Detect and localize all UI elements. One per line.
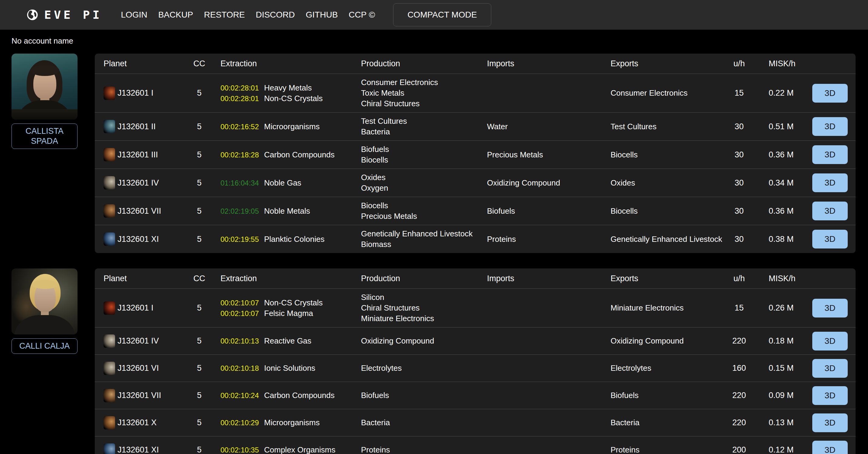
production-item: Bacteria [361, 127, 487, 137]
production-item: Biofuels [361, 144, 487, 155]
extraction-cell: 00:02:10:24Carbon Compounds [213, 390, 361, 401]
header-cc: CC [186, 59, 213, 68]
extraction-material: Felsic Magma [264, 308, 313, 319]
extraction-timer: 00:02:10:13 [220, 336, 260, 346]
uh-value: 220 [725, 391, 753, 400]
table-row: J132601 II 5 00:02:16:52Microorganisms T… [95, 112, 856, 140]
production-cell: Consumer ElectronicsToxic MetalsChiral S… [361, 77, 487, 109]
production-item: Electrolytes [361, 363, 487, 374]
production-item: Biocells [361, 155, 487, 165]
production-cell: Electrolytes [361, 363, 487, 374]
extraction-cell: 00:02:18:28Carbon Compounds [213, 150, 361, 160]
extraction-material: Microorganisms [264, 417, 320, 428]
cc-value: 5 [186, 363, 213, 373]
misk-value: 0.26 M [753, 303, 804, 313]
brand-title: EVE PI [44, 8, 102, 22]
nav-item-ccp[interactable]: CCP © [349, 10, 375, 20]
production-item: Silicon [361, 292, 487, 303]
imports-cell: Biofuels [487, 206, 611, 217]
exports-item: Oxides [611, 178, 725, 188]
extraction-cell: 00:02:19:55Planktic Colonies [213, 234, 361, 245]
extraction-cell: 00:02:16:52Microorganisms [213, 121, 361, 132]
character-name-button[interactable]: CALLISTA SPADA [11, 124, 78, 149]
extraction-cell: 00:02:10:35Complex Organisms [213, 445, 361, 454]
character-portrait[interactable] [11, 54, 78, 120]
view-3d-button[interactable]: 3D [812, 117, 848, 136]
character-section: CALLISTA SPADA Planet CC Extraction Prod… [0, 54, 856, 253]
view-3d-button[interactable]: 3D [812, 332, 848, 351]
view-3d-button[interactable]: 3D [812, 202, 848, 220]
character-portrait[interactable] [11, 268, 78, 334]
extraction-timer: 00:02:10:35 [220, 445, 260, 454]
table-body: J132601 I 5 00:02:10:07Non-CS Crystals00… [95, 288, 856, 454]
brand[interactable]: EVE PI [26, 8, 102, 22]
cc-value: 5 [186, 391, 213, 400]
table-row: J132601 X 5 00:02:10:29Microorganisms Ba… [95, 409, 856, 436]
view-3d-button[interactable]: 3D [812, 173, 848, 192]
extraction-material: Heavy Metals [264, 83, 312, 93]
character-column: CALLISTA SPADA [11, 54, 78, 253]
table-row: J132601 I 5 00:02:10:07Non-CS Crystals00… [95, 288, 856, 327]
misk-value: 0.22 M [753, 88, 804, 98]
planet-table: Planet CC Extraction Production Imports … [95, 54, 856, 253]
cc-value: 5 [186, 178, 213, 188]
exports-cell: Miniature Electronics [611, 303, 725, 313]
extraction-cell: 00:02:28:01Heavy Metals00:02:28:01Non-CS… [213, 83, 361, 104]
misk-value: 0.09 M [753, 391, 804, 400]
production-item: Proteins [361, 445, 487, 454]
view-3d-button[interactable]: 3D [812, 441, 848, 454]
character-name-button[interactable]: CALLI CALJA [11, 338, 78, 354]
extraction-cell: 00:02:10:13Reactive Gas [213, 336, 361, 346]
view-3d-button[interactable]: 3D [812, 386, 848, 405]
table-row: J132601 IV 5 00:02:10:13Reactive Gas Oxi… [95, 327, 856, 354]
production-cell: Test CulturesBacteria [361, 116, 487, 137]
planet-icon [103, 120, 115, 133]
nav-item-restore[interactable]: RESTORE [204, 10, 245, 20]
production-cell: SiliconChiral StructuresMiniature Electr… [361, 292, 487, 324]
nav-item-github[interactable]: GITHUB [306, 10, 338, 20]
extraction-timer: 00:02:18:28 [220, 150, 260, 160]
nav-item-discord[interactable]: DISCORD [256, 10, 295, 20]
view-3d-button[interactable]: 3D [812, 84, 848, 103]
planet-icon [103, 204, 115, 218]
exports-item: Miniature Electronics [611, 303, 725, 313]
misk-value: 0.12 M [753, 445, 804, 454]
exports-cell: Genetically Enhanced Livestock [611, 234, 725, 245]
planet-name: J132601 XI [118, 445, 159, 454]
extraction-material: Noble Gas [264, 178, 301, 188]
imports-cell: Precious Metals [487, 150, 611, 160]
view-3d-button[interactable]: 3D [812, 145, 848, 164]
production-cell: Genetically Enhanced LivestockBiomass [361, 228, 487, 250]
cc-value: 5 [186, 206, 213, 216]
compact-mode-button[interactable]: COMPACT MODE [393, 3, 491, 26]
character-column: CALLI CALJA [11, 268, 78, 454]
nav-item-login[interactable]: LOGIN [121, 10, 147, 20]
table-header-row: Planet CC Extraction Production Imports … [95, 54, 856, 73]
misk-value: 0.13 M [753, 418, 804, 427]
uh-value: 220 [725, 418, 753, 427]
uh-value: 200 [725, 445, 753, 454]
production-cell: Bacteria [361, 417, 487, 428]
table-row: J132601 I 5 00:02:28:01Heavy Metals00:02… [95, 73, 856, 112]
table-header-row: Planet CC Extraction Production Imports … [95, 268, 856, 288]
cc-value: 5 [186, 303, 213, 313]
nav-item-backup[interactable]: BACKUP [158, 10, 193, 20]
view-3d-button[interactable]: 3D [812, 359, 848, 378]
imports-item: Precious Metals [487, 150, 611, 160]
production-item: Biocells [361, 200, 487, 211]
production-item: Biomass [361, 239, 487, 250]
extraction-timer: 00:02:19:55 [220, 234, 260, 245]
extraction-cell: 00:02:10:29Microorganisms [213, 417, 361, 428]
view-3d-button[interactable]: 3D [812, 299, 848, 318]
uh-value: 220 [725, 336, 753, 346]
view-3d-button[interactable]: 3D [812, 414, 848, 432]
view-3d-button[interactable]: 3D [812, 230, 848, 249]
cc-value: 5 [186, 150, 213, 160]
uh-value: 30 [725, 150, 753, 160]
exports-item: Bacteria [611, 417, 725, 428]
cc-value: 5 [186, 445, 213, 454]
production-item: Test Cultures [361, 116, 487, 127]
table-row: J132601 XI 5 00:02:19:55Planktic Colonie… [95, 225, 856, 253]
planet-name: J132601 VII [118, 391, 161, 400]
header-cc: CC [186, 274, 213, 283]
